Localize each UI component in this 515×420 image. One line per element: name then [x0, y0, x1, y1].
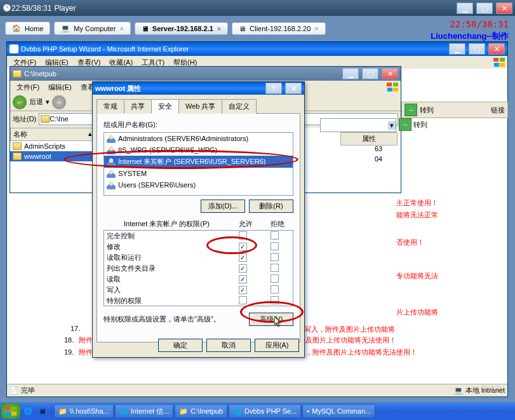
combo-box[interactable]: ▾	[320, 118, 396, 132]
allow-checkbox[interactable]	[239, 296, 247, 304]
deny-checkbox[interactable]	[271, 296, 279, 304]
tab-close-icon[interactable]: ×	[119, 25, 123, 32]
allow-checkbox[interactable]: ✓	[239, 264, 247, 273]
allow-checkbox[interactable]	[239, 231, 247, 240]
group-item[interactable]: SYSTEM	[104, 168, 293, 179]
group-name: Internet 来宾帐户 (SERVER6\IUSR_SERVER6)	[118, 157, 266, 166]
tab-home[interactable]: 🏠Home	[5, 22, 50, 35]
forward-button[interactable]: →	[52, 95, 66, 109]
cloud-icon: ☁	[472, 385, 479, 393]
allow-checkbox[interactable]: ✓	[239, 243, 247, 251]
group-icon	[107, 169, 116, 178]
allow-checkbox[interactable]: ✓	[239, 254, 247, 262]
dropdown-icon[interactable]: ▾	[46, 98, 50, 106]
cmd-icon: ▪	[307, 407, 309, 415]
cancel-button[interactable]: 取消	[206, 339, 251, 352]
go-group: → 转到	[399, 118, 427, 131]
deny-checkbox[interactable]	[271, 264, 279, 272]
task-button[interactable]: 🌐Dvbbs PHP Se...	[229, 404, 301, 418]
perm-row: 列出文件夹目录✓	[104, 263, 293, 274]
deny-checkbox[interactable]	[271, 253, 279, 261]
deny-checkbox[interactable]	[271, 231, 279, 240]
permissions-table: Internet 来宾帐户 的权限(P) 允许 拒绝 完全控制修改✓读取和运行✓…	[104, 218, 293, 306]
properties-dialog: wwwroot 属性 ? ✕ 常规 共享 安全 Web 共享 自定义 组或用户名…	[92, 81, 305, 358]
ie-maximize[interactable]: ▢	[469, 43, 485, 55]
line-num: 18.	[64, 336, 74, 344]
go-button[interactable]: →	[405, 104, 417, 116]
add-button[interactable]: 添加(D)...	[201, 200, 245, 213]
tab-close-icon[interactable]: ×	[314, 25, 318, 32]
quicklaunch-ie[interactable]: 🌐	[22, 405, 34, 417]
group-item[interactable]: Internet 来宾帐户 (SERVER6\IUSR_SERVER6)	[104, 156, 293, 168]
tab-security[interactable]: 安全	[151, 99, 179, 114]
clock-icon: 🕐	[3, 4, 11, 12]
deny-checkbox[interactable]	[271, 285, 279, 294]
ie-close[interactable]: ✕	[488, 43, 505, 55]
task-button[interactable]: ▪MySQL Comman...	[302, 404, 375, 418]
list-item[interactable]: AdminScripts	[10, 141, 95, 151]
perm-list[interactable]: 完全控制修改✓读取和运行✓列出文件夹目录✓读取✓写入✓特别的权限	[104, 230, 293, 306]
folder-minimize[interactable]: ▁	[342, 68, 359, 79]
tab-websharing[interactable]: Web 共享	[178, 99, 222, 114]
cell-value: 04	[375, 155, 382, 163]
deny-checkbox[interactable]	[271, 242, 279, 250]
links-label[interactable]: 链接	[491, 105, 505, 115]
tab-close-icon[interactable]: ×	[217, 25, 221, 32]
ie-minimize[interactable]: ▁	[449, 43, 465, 55]
allow-checkbox[interactable]: ✓	[239, 275, 247, 283]
group-name: Administrators (SERVER6\Administrators)	[118, 135, 248, 142]
folder-close[interactable]: ✕	[382, 68, 398, 79]
task-button[interactable]: 🌐Internet 信...	[115, 404, 174, 418]
advanced-button[interactable]: 高级(V)	[249, 313, 293, 326]
deny-checkbox[interactable]	[271, 274, 279, 283]
advanced-row: 特别权限或高级设置，请单击"高级"。 高级(V)	[104, 313, 293, 326]
err-text: 专功能将无法	[396, 271, 498, 281]
err-text: 能将无法正常	[396, 210, 498, 220]
task-button[interactable]: 📁C:\Inetpub	[175, 404, 227, 418]
back-label[interactable]: 后退	[29, 97, 43, 107]
tab-label: My Computer	[74, 25, 116, 32]
allow-header: 允许	[230, 219, 262, 229]
deny-header: 拒绝	[262, 219, 293, 229]
overlay-clock: 22:58/38:31	[450, 19, 509, 29]
list-item[interactable]: wwwroot	[10, 151, 95, 161]
tab-client[interactable]: 🖥Client-192.168.2.20×	[232, 22, 325, 35]
ok-button[interactable]: 确定	[158, 339, 203, 352]
allow-checkbox[interactable]: ✓	[239, 286, 247, 294]
quicklaunch-desktop[interactable]: 🖥	[36, 405, 48, 417]
groups-list[interactable]: Administrators (SERVER6\Administrators) …	[104, 132, 293, 196]
maximize-button[interactable]: ▢	[476, 3, 493, 14]
group-item[interactable]: Administrators (SERVER6\Administrators)	[104, 133, 293, 144]
addr-text: C:\Ine	[50, 115, 68, 123]
group-item[interactable]: IIS_WPG (SERVER6\IIS_WPG)	[104, 144, 293, 156]
tab-custom[interactable]: 自定义	[222, 99, 257, 114]
folder-maximize[interactable]: ▢	[362, 68, 378, 79]
err-text: 否使用！	[396, 238, 498, 247]
tab-general[interactable]: 常规	[97, 99, 124, 114]
group-icon	[107, 146, 116, 154]
tab-sharing[interactable]: 共享	[124, 99, 152, 114]
perm-name: 完全控制	[107, 231, 227, 241]
back-button[interactable]: ←	[13, 95, 27, 109]
ie-icon: 🌐	[119, 407, 128, 416]
remove-button[interactable]: 删除(R)	[249, 200, 293, 213]
start-button[interactable]	[1, 403, 20, 419]
minimize-button[interactable]: ▁	[457, 3, 473, 14]
go-label: 转到	[413, 121, 427, 128]
help-button[interactable]: ?	[265, 83, 282, 94]
secondary-toolbar: → 转到 链接	[401, 102, 508, 118]
menu-edit[interactable]: 编辑(E)	[44, 81, 76, 93]
menu-file[interactable]: 文件(F)	[13, 81, 43, 93]
group-item[interactable]: Users (SERVER6\Users)	[104, 179, 293, 191]
dropdown-icon[interactable]: ▾	[388, 121, 396, 130]
tab-mycomputer[interactable]: 💻My Computer×	[54, 22, 130, 35]
go-button[interactable]: →	[399, 118, 411, 131]
column-header[interactable]: 名称▴	[10, 128, 95, 141]
apply-button[interactable]: 应用(A)	[255, 339, 299, 352]
task-button[interactable]: 📁\\.host\Sha...	[54, 404, 114, 418]
props-close[interactable]: ✕	[285, 83, 302, 94]
column-header[interactable]: 属性	[340, 132, 398, 146]
tab-server[interactable]: 🖥Server-192.168.2.1×	[135, 22, 228, 35]
perm-row: 读取和运行✓	[104, 252, 293, 263]
close-button[interactable]: ✕	[496, 3, 512, 14]
